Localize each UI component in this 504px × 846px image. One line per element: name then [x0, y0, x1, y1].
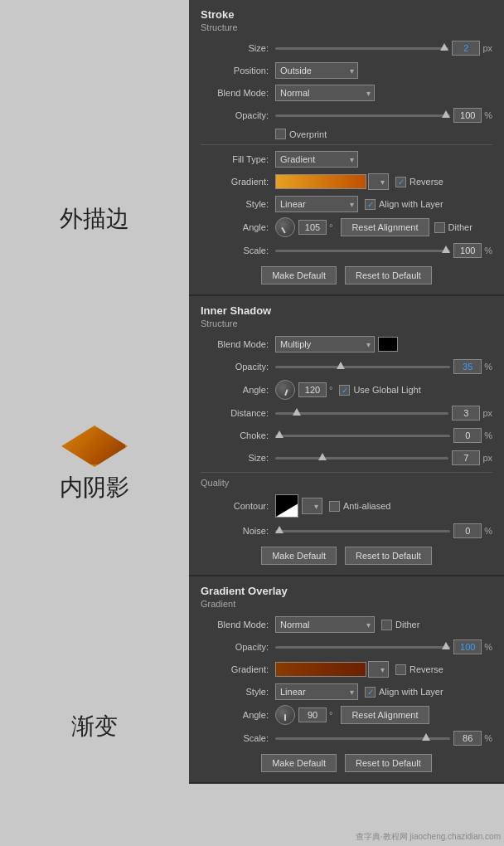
shadow-opacity-value[interactable]: 35 [453, 359, 482, 374]
shadow-distance-slider[interactable] [275, 412, 448, 415]
go-opacity-thumb[interactable] [442, 642, 450, 649]
go-opacity-slider[interactable] [275, 646, 450, 649]
stroke-blendmode-label: Blend Mode: [201, 88, 275, 98]
shadow-opacity-slider[interactable] [275, 366, 450, 368]
shadow-noise-slider[interactable] [275, 530, 450, 532]
stroke-size-unit: px [482, 43, 492, 53]
stroke-reverse-checkbox[interactable] [395, 177, 406, 187]
go-gradient-label: Gradient: [201, 664, 275, 674]
stroke-scale-value[interactable]: 100 [453, 243, 482, 258]
shadow-globallight-checkbox[interactable] [339, 385, 350, 396]
shadow-distance-thumb[interactable] [293, 408, 301, 416]
stroke-position-dropdown[interactable]: Outside [275, 62, 358, 79]
go-reset-default-button[interactable]: Reset to Default [345, 754, 432, 772]
stroke-gradient-dropdown[interactable] [368, 173, 389, 190]
shadow-make-default-button[interactable]: Make Default [261, 547, 337, 565]
shadow-dial-indicator [284, 389, 288, 396]
go-reverse-row: Reverse [395, 664, 443, 675]
go-gradient-dropdown[interactable] [368, 661, 389, 678]
gradient-label-section: 渐变 [71, 711, 118, 742]
shadow-angle-unit: ° [329, 385, 332, 395]
shadow-angle-label: Angle: [201, 385, 275, 395]
stroke-style-dropdown[interactable]: Linear [275, 196, 358, 212]
shadow-contour-dropdown[interactable] [302, 498, 322, 514]
go-angle-value[interactable]: 90 [298, 707, 327, 722]
go-scale-slider[interactable] [275, 737, 450, 740]
go-angle-dial[interactable] [275, 705, 295, 725]
shadow-opacity-row: Opacity: 35 % [201, 357, 492, 376]
shadow-noise-value[interactable]: 0 [453, 523, 482, 538]
inner-shadow-label-section: 内阴影 [60, 425, 129, 503]
shadow-size-value[interactable]: 7 [452, 450, 480, 465]
stroke-divider [201, 144, 492, 145]
shadow-noise-label: Noise: [201, 526, 275, 536]
shadow-size-slider[interactable] [275, 457, 448, 459]
shadow-opacity-thumb[interactable] [337, 362, 345, 369]
shadow-button-row: Make Default Reset to Default [201, 547, 492, 565]
stroke-angle-dial[interactable] [275, 217, 295, 237]
stroke-opacity-thumb[interactable] [442, 110, 450, 118]
stroke-reset-alignment-button[interactable]: Reset Alignment [341, 218, 429, 236]
go-blendmode-dropdown[interactable]: Normal [275, 616, 375, 633]
stroke-filltype-dropdown[interactable]: Gradient [275, 151, 358, 168]
stroke-size-label: Size: [201, 43, 275, 53]
go-gradient-bar[interactable] [275, 662, 366, 677]
stroke-reset-default-button[interactable]: Reset to Default [345, 266, 432, 284]
stroke-size-thumb[interactable] [440, 43, 448, 51]
stroke-gradient-label: Gradient: [201, 177, 275, 187]
inner-shadow-title: Inner Shadow [201, 304, 492, 317]
shadow-reset-default-button[interactable]: Reset to Default [345, 547, 432, 565]
stroke-reverse-label: Reverse [410, 177, 443, 187]
shadow-angle-value[interactable]: 120 [298, 382, 327, 397]
go-style-dropdown[interactable]: Linear [275, 683, 358, 700]
shadow-blendmode-dropdown[interactable]: Multiply [275, 336, 375, 352]
stroke-scale-thumb[interactable] [442, 246, 450, 253]
go-style-label: Style: [201, 687, 275, 697]
shadow-color-swatch[interactable] [378, 337, 398, 352]
go-reset-alignment-button[interactable]: Reset Alignment [341, 706, 429, 724]
go-blendmode-label: Blend Mode: [201, 620, 275, 630]
stroke-blendmode-dropdown[interactable]: Normal [275, 85, 375, 101]
stroke-gradient-bar[interactable] [275, 174, 366, 189]
go-dither-label: Dither [395, 620, 419, 630]
shadow-contour-preview[interactable] [275, 494, 298, 518]
go-scale-value[interactable]: 86 [453, 731, 482, 746]
shadow-size-label: Size: [201, 453, 275, 463]
stroke-scale-slider[interactable] [275, 250, 450, 252]
shadow-size-thumb[interactable] [318, 453, 327, 460]
shadow-quality-label: Quality [201, 478, 492, 488]
go-dither-checkbox[interactable] [381, 620, 392, 630]
stroke-size-slider[interactable] [275, 47, 448, 50]
stroke-opacity-row: Opacity: 100 % [201, 106, 492, 124]
shadow-choke-slider[interactable] [275, 435, 450, 437]
stroke-style-row: Style: Linear Align with Layer [201, 195, 492, 213]
shadow-choke-thumb[interactable] [275, 430, 284, 438]
go-alignlayer-checkbox[interactable] [365, 687, 376, 698]
shadow-choke-label: Choke: [201, 430, 275, 440]
stroke-angle-label: Angle: [201, 222, 275, 232]
shadow-antialias-checkbox[interactable] [329, 501, 340, 512]
shadow-noise-thumb[interactable] [275, 526, 284, 533]
inner-shadow-subtitle: Structure [201, 318, 492, 328]
shadow-choke-value[interactable]: 0 [453, 428, 482, 443]
go-scale-row: Scale: 86 % [201, 729, 492, 747]
go-opacity-value[interactable]: 100 [453, 639, 482, 654]
stroke-size-value[interactable]: 2 [452, 41, 480, 56]
go-alignlayer-label: Align with Layer [379, 687, 443, 697]
stroke-alignlayer-checkbox[interactable] [365, 199, 376, 210]
stroke-make-default-button[interactable]: Make Default [261, 266, 337, 284]
stroke-opacity-slider[interactable] [275, 114, 450, 117]
shadow-angle-dial[interactable] [275, 380, 295, 400]
go-style-row: Style: Linear Align with Layer [201, 683, 492, 701]
go-reverse-label: Reverse [410, 664, 443, 674]
stroke-angle-value[interactable]: 105 [298, 220, 327, 235]
go-reverse-checkbox[interactable] [395, 664, 406, 675]
stroke-overprint-checkbox[interactable] [275, 129, 286, 139]
right-panel: Stroke Structure Size: 2 px Position: Ou… [189, 0, 504, 846]
stroke-opacity-value[interactable]: 100 [453, 108, 482, 123]
shadow-divider [201, 472, 492, 473]
shadow-distance-value[interactable]: 3 [452, 406, 480, 421]
go-scale-thumb[interactable] [422, 733, 430, 741]
go-make-default-button[interactable]: Make Default [261, 754, 337, 772]
stroke-dither-checkbox[interactable] [434, 222, 445, 233]
